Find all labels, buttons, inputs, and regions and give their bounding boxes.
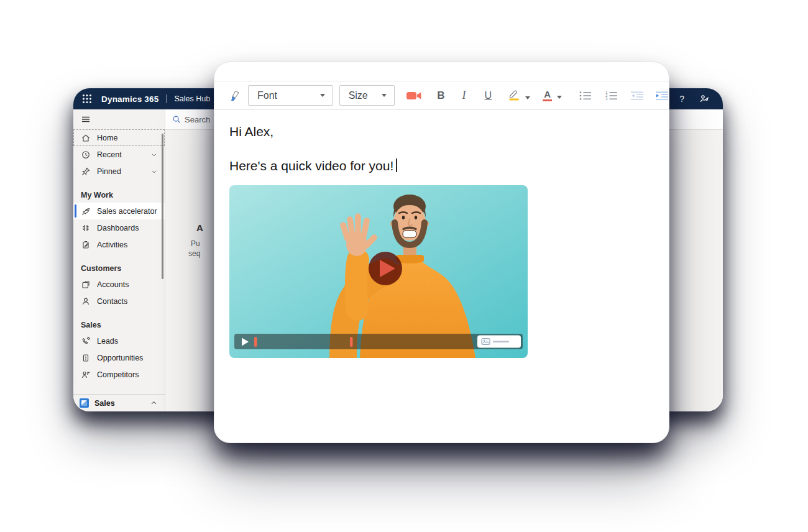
home-icon [81, 133, 91, 143]
email-body-editor[interactable]: Hi Alex, Here's a quick video for you! [214, 111, 669, 443]
sidebar-section-title: Customers [73, 261, 165, 276]
hidden-page-text-fragment: Pu [191, 239, 200, 248]
chevron-down-icon [151, 168, 157, 175]
numbered-list-button[interactable]: 1 2 3 [605, 91, 618, 101]
chevron-up-icon [150, 400, 157, 406]
body-line-1: Hi Alex, [229, 123, 669, 140]
sidebar-item-dashboards[interactable]: Dashboards [73, 219, 165, 236]
sales-area-icon [80, 398, 89, 408]
sidebar-item-leads[interactable]: Leads [73, 332, 165, 349]
chevron-down-icon [320, 94, 325, 97]
video-player[interactable] [229, 185, 528, 358]
hidden-page-heading-fragment: A [196, 222, 203, 233]
format-painter-button[interactable] [228, 89, 241, 102]
sidebar-item-pinned[interactable]: Pinned [73, 163, 165, 180]
sidebar-item-competitors[interactable]: Competitors [73, 366, 165, 383]
underline-button[interactable]: U [485, 90, 492, 101]
sidebar-scrollbar[interactable] [162, 134, 163, 279]
person-icon [81, 296, 91, 306]
help-icon[interactable]: ? [679, 94, 684, 104]
highlight-color-button[interactable] [508, 88, 530, 103]
timeline-marker [350, 337, 353, 347]
thumbnail-chip [477, 336, 521, 348]
people-icon [81, 370, 91, 380]
svg-text:3: 3 [605, 97, 607, 101]
increase-indent-button[interactable] [655, 91, 669, 101]
decrease-indent-button[interactable] [630, 91, 644, 101]
accounts-icon [81, 280, 91, 290]
header-divider [166, 94, 167, 103]
hamburger-button[interactable] [73, 109, 165, 129]
editor-toolbar: Font Size B I U [214, 81, 669, 110]
assistant-icon[interactable] [699, 94, 709, 104]
search-placeholder: Search [185, 115, 210, 124]
chevron-down-icon [525, 96, 530, 99]
body-line-2: Here's a quick video for you! [229, 157, 669, 175]
play-overlay-button [369, 252, 402, 285]
chevron-down-icon [151, 152, 157, 158]
bullet-list-button[interactable] [579, 91, 592, 101]
chevron-down-icon [382, 94, 387, 97]
clock-icon [81, 150, 91, 160]
sidebar: Home Recent Pinned My Work [73, 109, 165, 411]
font-family-dropdown[interactable]: Font [248, 85, 333, 106]
insert-video-button[interactable] [406, 90, 422, 101]
dashboard-icon [81, 223, 91, 233]
phone-icon [81, 336, 91, 346]
chevron-down-icon [557, 96, 562, 99]
app-name[interactable]: Sales Hub [174, 94, 210, 103]
waffle-menu-icon[interactable] [82, 94, 92, 104]
rocket-icon [81, 206, 91, 216]
sidebar-item-activities[interactable]: Activities [73, 236, 165, 253]
bold-button[interactable]: B [437, 89, 444, 102]
font-color-icon: A [543, 89, 552, 101]
area-switcher[interactable]: Sales [73, 394, 165, 411]
sidebar-section-title: My Work [73, 188, 165, 203]
selected-indicator [75, 204, 76, 218]
opportunity-icon [81, 353, 91, 363]
font-size-dropdown[interactable]: Size [339, 85, 395, 106]
italic-button[interactable]: I [462, 89, 466, 102]
sidebar-item-accounts[interactable]: Accounts [73, 276, 165, 293]
highlighter-icon [508, 88, 520, 103]
search-icon [172, 115, 181, 124]
timeline-marker [254, 337, 257, 347]
sidebar-section-title: Sales [73, 318, 165, 332]
font-color-button[interactable]: A [543, 89, 562, 101]
brand-title[interactable]: Dynamics 365 [101, 94, 158, 104]
text-cursor [396, 158, 397, 172]
video-control-bar [234, 334, 523, 349]
sidebar-item-home[interactable]: Home [73, 129, 165, 146]
sidebar-item-recent[interactable]: Recent [73, 146, 165, 163]
sidebar-item-contacts[interactable]: Contacts [73, 293, 165, 310]
email-composer-card: Font Size B I U [214, 62, 669, 443]
pin-icon [81, 167, 91, 177]
desktop: Dynamics 365 Sales Hub ? [0, 0, 808, 532]
hidden-page-text-fragment: seq [188, 249, 200, 258]
clipboard-icon [81, 240, 91, 250]
sidebar-item-sales-accelerator[interactable]: Sales accelerator [73, 203, 165, 219]
sidebar-item-opportunities[interactable]: Opportunities [73, 349, 165, 366]
